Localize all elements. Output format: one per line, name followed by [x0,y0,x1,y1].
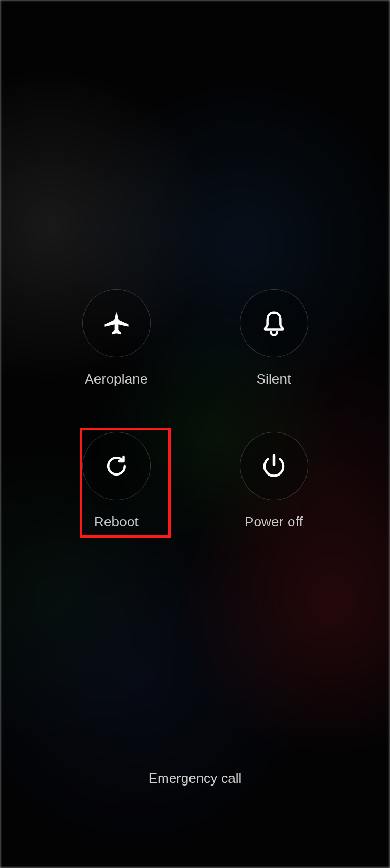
silent-mode-button[interactable]: Silent [227,289,321,387]
power-off-label: Power off [245,514,303,530]
power-off-button[interactable]: Power off [227,432,321,530]
airplane-icon [102,309,131,337]
emergency-call-link[interactable]: Emergency call [0,770,390,787]
reboot-button[interactable]: Reboot [69,432,164,530]
aeroplane-icon-circle [82,289,151,357]
power-menu: Aeroplane Silent Reboot [59,289,332,530]
reboot-icon [102,452,131,480]
power-off-icon-circle [240,432,308,500]
power-icon [260,452,288,480]
aeroplane-label: Aeroplane [85,371,147,387]
bell-icon [260,309,288,337]
silent-label: Silent [256,371,291,387]
silent-icon-circle [240,289,308,357]
reboot-label: Reboot [94,514,139,530]
reboot-icon-circle [82,432,151,500]
aeroplane-mode-button[interactable]: Aeroplane [69,289,164,387]
